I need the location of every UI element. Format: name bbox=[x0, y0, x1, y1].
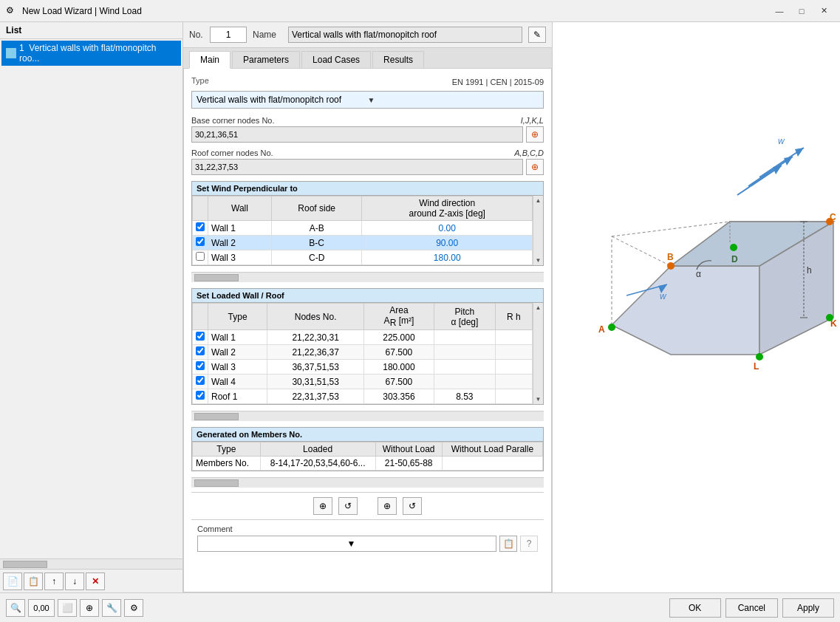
loaded-row-3[interactable]: Wall 3 36,37,51,53 180.000 bbox=[193, 360, 543, 375]
comment-edit-button[interactable]: 📋 bbox=[499, 536, 517, 552]
roof-nodes-input[interactable] bbox=[191, 159, 523, 175]
loaded-hscroll-thumb[interactable] bbox=[194, 413, 239, 420]
tab-parameters[interactable]: Parameters bbox=[232, 51, 300, 68]
wind-hscroll[interactable] bbox=[191, 272, 544, 282]
loaded-r-2 bbox=[495, 345, 532, 360]
name-label: Name bbox=[253, 30, 282, 40]
loaded-check-3[interactable] bbox=[196, 361, 205, 370]
loaded-hscroll[interactable] bbox=[191, 411, 544, 421]
left-panel-toolbar: 📄 📋 ↑ ↓ ✕ bbox=[0, 569, 182, 592]
gen-without-1: 21-50,65-88 bbox=[375, 457, 442, 471]
loaded-col-check bbox=[193, 304, 208, 330]
config-button[interactable]: ⚙ bbox=[124, 599, 143, 617]
value-button[interactable]: 0,00 bbox=[28, 599, 55, 617]
wind-dir-3: 180.00 bbox=[362, 250, 533, 265]
copy-item-button[interactable]: 📋 bbox=[24, 573, 43, 590]
loaded-table-container: Type Nodes No. AreaAR [m²] Pitchα [deg] … bbox=[191, 302, 544, 405]
type-dropdown[interactable]: Vertical walls with flat/monopitch roof … bbox=[191, 91, 544, 109]
left-panel-hscroll[interactable] bbox=[0, 558, 182, 569]
edit-name-button[interactable]: ✎ bbox=[528, 27, 546, 43]
loaded-area-2: 67.500 bbox=[364, 345, 434, 360]
loaded-check-5[interactable] bbox=[196, 391, 205, 400]
node-k bbox=[826, 314, 833, 321]
type-value: Vertical walls with flat/monopitch roof bbox=[197, 95, 368, 105]
loaded-row-4[interactable]: Wall 4 30,31,51,53 67.500 bbox=[193, 375, 543, 389]
move-up-button[interactable]: ↑ bbox=[44, 573, 64, 590]
comment-row: ▼ 📋 ? bbox=[197, 536, 538, 552]
nodes-button[interactable]: ⊕ bbox=[80, 599, 99, 617]
list-item[interactable]: 1 Vertical walls with flat/monopitch roo… bbox=[1, 41, 181, 66]
gen-hscroll[interactable] bbox=[191, 477, 544, 488]
name-input[interactable] bbox=[288, 27, 522, 43]
app-icon: ⚙ bbox=[6, 5, 18, 17]
wind-hscroll-thumb[interactable] bbox=[194, 274, 239, 281]
action-btn-3[interactable]: ⊕ bbox=[378, 497, 397, 515]
action-btn-4[interactable]: ↺ bbox=[403, 497, 422, 515]
tab-main[interactable]: Main bbox=[189, 51, 231, 69]
wind-vscroll-down-icon[interactable]: ▼ bbox=[536, 257, 542, 264]
loaded-check-2[interactable] bbox=[196, 346, 205, 355]
wind-row-1[interactable]: Wall 1 A-B 0.00 bbox=[193, 221, 543, 236]
move-down-button[interactable]: ↓ bbox=[65, 573, 84, 590]
loaded-col-area: AreaAR [m²] bbox=[364, 304, 434, 330]
wind-row-3[interactable]: Wall 3 C-D 180.00 bbox=[193, 250, 543, 265]
list-item-icon bbox=[6, 48, 16, 58]
cancel-button[interactable]: Cancel bbox=[725, 598, 778, 618]
wind-row-2[interactable]: Wall 2 B-C 90.00 bbox=[193, 236, 543, 250]
wind-check-1[interactable] bbox=[196, 222, 205, 231]
wind-check-3[interactable] bbox=[196, 252, 205, 261]
hscroll-thumb[interactable] bbox=[3, 561, 47, 568]
wind-w-label: w bbox=[778, 136, 785, 146]
wind-check-2[interactable] bbox=[196, 237, 205, 246]
wind-vscroll-up-icon[interactable]: ▲ bbox=[536, 197, 542, 204]
no-input[interactable] bbox=[210, 27, 247, 43]
wind-wall-2: Wall 2 bbox=[208, 236, 272, 250]
base-nodes-select-button[interactable]: ⊕ bbox=[526, 126, 544, 143]
loaded-area-4: 67.500 bbox=[364, 375, 434, 389]
loaded-type-5: Roof 1 bbox=[208, 389, 267, 404]
comment-help-button[interactable]: ? bbox=[520, 536, 538, 552]
loaded-nodes-4: 30,31,51,53 bbox=[267, 375, 364, 389]
comment-section: Comment ▼ 📋 ? bbox=[191, 519, 544, 556]
minimize-button[interactable]: — bbox=[769, 4, 790, 18]
wind-col-roof: Roof side bbox=[271, 196, 361, 221]
loaded-table: Type Nodes No. AreaAR [m²] Pitchα [deg] … bbox=[192, 303, 543, 404]
loaded-vscroll[interactable]: ▲ ▼ bbox=[533, 303, 543, 404]
tab-results[interactable]: Results bbox=[372, 51, 424, 68]
wind-table-container: Wall Roof side Wind directionaround Z-ax… bbox=[191, 195, 544, 266]
node-b bbox=[667, 262, 675, 270]
loaded-vscroll-up-icon[interactable]: ▲ bbox=[536, 304, 542, 311]
wind-table: Wall Roof side Wind directionaround Z-ax… bbox=[192, 196, 543, 265]
loaded-row-5[interactable]: Roof 1 22,31,37,53 303.356 8.53 bbox=[193, 389, 543, 404]
base-nodes-input[interactable] bbox=[191, 126, 523, 143]
gen-type-1: Members No. bbox=[193, 457, 261, 471]
ok-button[interactable]: OK bbox=[669, 598, 721, 618]
action-btn-2[interactable]: ↺ bbox=[338, 497, 358, 515]
loaded-check-1[interactable] bbox=[196, 332, 205, 341]
3d-diagram: A B C K L D bbox=[553, 22, 840, 524]
delete-item-button[interactable]: ✕ bbox=[86, 573, 105, 590]
comment-dropdown[interactable]: ▼ bbox=[197, 536, 496, 552]
wind-vscroll[interactable]: ▲ ▼ bbox=[533, 196, 543, 265]
loaded-row-1[interactable]: Wall 1 21,22,30,31 225.000 bbox=[193, 330, 543, 345]
loaded-pitch-2 bbox=[434, 345, 495, 360]
content-area: List 1 Vertical walls with flat/monopitc… bbox=[0, 22, 840, 592]
loaded-col-pitch: Pitchα [deg] bbox=[434, 304, 495, 330]
tab-load-cases[interactable]: Load Cases bbox=[301, 51, 371, 68]
loaded-check-4[interactable] bbox=[196, 376, 205, 385]
loaded-type-2: Wall 2 bbox=[208, 345, 267, 360]
add-item-button[interactable]: 📄 bbox=[3, 573, 22, 590]
roof-nodes-select-button[interactable]: ⊕ bbox=[526, 159, 544, 175]
gen-hscroll-thumb[interactable] bbox=[194, 479, 239, 487]
loaded-row-2[interactable]: Wall 2 21,22,36,37 67.500 bbox=[193, 345, 543, 360]
no-label: No. bbox=[189, 30, 204, 40]
select-button[interactable]: ⬜ bbox=[58, 599, 77, 617]
close-button[interactable]: ✕ bbox=[813, 4, 834, 18]
maximize-button[interactable]: □ bbox=[791, 4, 812, 18]
wind-table-wrapper: Wall Roof side Wind directionaround Z-ax… bbox=[191, 195, 544, 282]
search-button[interactable]: 🔍 bbox=[6, 599, 25, 617]
apply-button[interactable]: Apply bbox=[782, 598, 834, 618]
action-btn-1[interactable]: ⊕ bbox=[313, 497, 332, 515]
settings-button[interactable]: 🔧 bbox=[102, 599, 121, 617]
loaded-vscroll-down-icon[interactable]: ▼ bbox=[536, 396, 542, 403]
